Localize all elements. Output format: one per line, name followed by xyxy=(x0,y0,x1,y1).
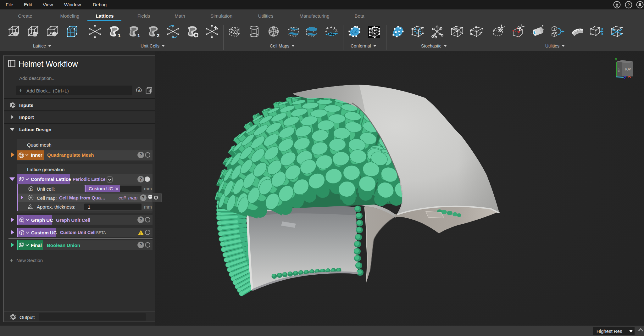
svg-text:1: 1 xyxy=(23,220,24,223)
svg-text:2: 2 xyxy=(157,33,159,38)
svg-text:1: 1 xyxy=(32,189,33,192)
svg-text:Z: Z xyxy=(624,76,626,80)
svg-text:A: A xyxy=(138,89,141,92)
svg-text:1: 1 xyxy=(137,33,140,38)
svg-text:?: ? xyxy=(627,3,630,7)
svg-text:Y: Y xyxy=(615,58,617,62)
svg-text:1: 1 xyxy=(23,232,24,236)
svg-text:1: 1 xyxy=(118,33,120,38)
svg-text:TOP: TOP xyxy=(625,68,631,71)
svg-text:LEFT: LEFT xyxy=(618,66,620,72)
